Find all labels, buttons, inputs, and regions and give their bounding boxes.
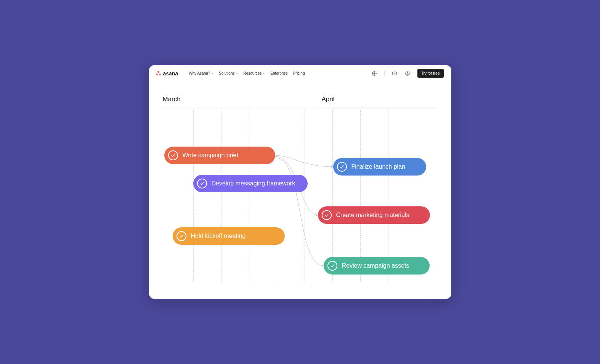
timeline-gridline [249,109,249,282]
timeline-gridline [360,109,361,282]
task-label: Write campaign brief [183,152,238,159]
svg-rect-1 [393,72,397,75]
task-label: Develop messaging framework [212,180,295,187]
nav-item-label: Solutions [219,71,234,75]
try-for-free-button[interactable]: Try for free [417,69,444,78]
chevron-down-icon [211,73,213,74]
nav-item[interactable]: Why Asana? [189,71,213,75]
month-label: April [322,96,335,103]
task-finalize[interactable]: Finalize launch plan [333,158,426,176]
chevron-down-icon [236,73,238,74]
brand-name: asana [163,70,178,77]
nav-divider [384,70,385,77]
nav-item-label: Resources [244,71,262,75]
timeline-shade [327,107,436,109]
nav-item-label: Pricing [293,71,305,75]
timeline-gridline [221,109,221,282]
mail-icon[interactable] [391,70,398,77]
nav-item[interactable]: Resources [244,71,265,75]
nav-item-label: Enterprise [270,71,288,75]
check-icon [168,150,178,160]
nav-item-label: Why Asana? [189,71,210,75]
task-write-brief[interactable]: Write campaign brief [164,147,275,164]
nav-item[interactable]: Pricing [293,71,305,75]
app-card: asana Why Asana?SolutionsResourcesEnterp… [149,65,451,299]
brand-logo[interactable]: asana [156,70,178,77]
month-label: March [163,96,181,103]
nav-item[interactable]: Solutions [219,71,238,75]
check-icon [176,231,186,241]
timeline-gridline [305,109,305,282]
asana-logo-icon [156,71,161,76]
task-label: Hold kickoff meeting [191,233,246,239]
dependency-arrow [275,155,333,167]
timeline-gridline [332,109,333,282]
task-label: Review campaign assets [342,262,409,269]
nav-links: Why Asana?SolutionsResourcesEnterprisePr… [189,71,305,75]
timeline-gridline [193,109,194,282]
task-dev-messaging[interactable]: Develop messaging framework [193,175,308,192]
check-icon [327,261,337,271]
user-icon[interactable] [404,70,411,77]
task-review-assets[interactable]: Review campaign assets [324,257,430,275]
task-label: Create marketing materials [336,212,409,219]
timeline-view: MarchAprilWrite campaign briefDevelop me… [163,96,436,284]
chevron-down-icon [263,73,265,74]
dependency-arrow [275,158,324,266]
check-icon [322,210,332,220]
check-icon [197,179,207,188]
task-label: Finalize launch plan [351,163,405,170]
timeline-gridline [277,109,277,282]
timeline-gridline [388,109,388,282]
check-icon [337,162,347,172]
task-create-mktg[interactable]: Create marketing materials [318,206,430,224]
top-nav: asana Why Asana?SolutionsResourcesEnterp… [149,65,451,81]
task-hold-kickoff[interactable]: Hold kickoff meeting [173,227,285,245]
svg-point-3 [407,72,408,74]
nav-item[interactable]: Enterprise [270,71,288,75]
globe-icon[interactable] [371,70,377,77]
